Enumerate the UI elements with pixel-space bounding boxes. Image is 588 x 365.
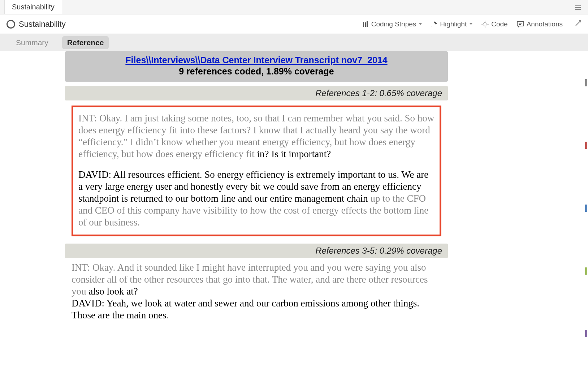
main-column[interactable]: Files\\Interviews\\Data Center Interview… [65,51,448,365]
content-area: Files\\Interviews\\Data Center Interview… [0,51,588,365]
file-coverage-stats: 9 references coded, 1.89% coverage [72,66,441,77]
tab-reference[interactable]: Reference [62,36,109,49]
transcript-paragraph: INT: Okay. I am just taking some notes, … [78,112,434,160]
toolbar: Coding Stripes Highlight Code Annotation… [362,20,581,28]
expand-icon[interactable] [575,20,581,28]
chevron-down-icon [470,23,472,25]
tab-summary[interactable]: Summary [11,36,53,49]
code-button[interactable]: Code [481,20,507,28]
chevron-down-icon [419,23,422,25]
coding-stripes-button[interactable]: Coding Stripes [362,20,422,28]
file-header: Files\\Interviews\\Data Center Interview… [65,51,448,82]
svg-rect-0 [363,22,364,27]
transcript-paragraph: INT: Okay. And it sounded like I might h… [72,262,441,297]
highlight-button[interactable]: Highlight [431,20,472,28]
reference-label: References 3-5: 0.29% coverage [65,244,448,258]
svg-marker-3 [434,21,437,25]
reference-block-1: References 1-2: 0.65% coverage INT: Okay… [65,86,448,244]
subtab-bar: Summary Reference [0,34,588,51]
annotations-button[interactable]: Annotations [516,20,563,28]
left-gutter [0,51,65,365]
coding-stripe-markers [585,51,587,365]
node-title: Sustainability [19,20,66,29]
transcript-paragraph: DAVID: All resources efficient. So energ… [78,169,434,228]
annotations-icon [516,21,524,28]
tab-bar: Sustainability [0,0,588,14]
reference-block-2: References 3-5: 0.29% coverage INT: Okay… [65,244,448,328]
document-tab[interactable]: Sustainability [4,0,62,14]
svg-rect-2 [367,21,368,27]
highlight-icon [431,21,438,28]
svg-point-4 [483,22,487,26]
node-circle-icon [7,20,15,29]
file-path-link[interactable]: Files\\Interviews\\Data Center Interview… [125,55,387,65]
transcript-paragraph: DAVID: Yeah, we look at water and sewer … [72,297,441,321]
reference-label: References 1-2: 0.65% coverage [65,86,448,100]
header-row: Sustainability Coding Stripes Highlight … [0,14,588,34]
svg-rect-1 [365,22,366,27]
highlighted-selection[interactable]: INT: Okay. I am just taking some notes, … [72,106,441,236]
code-icon [481,20,489,28]
coding-stripes-icon [362,21,369,28]
menu-icon[interactable] [575,4,581,11]
svg-rect-9 [517,21,524,26]
